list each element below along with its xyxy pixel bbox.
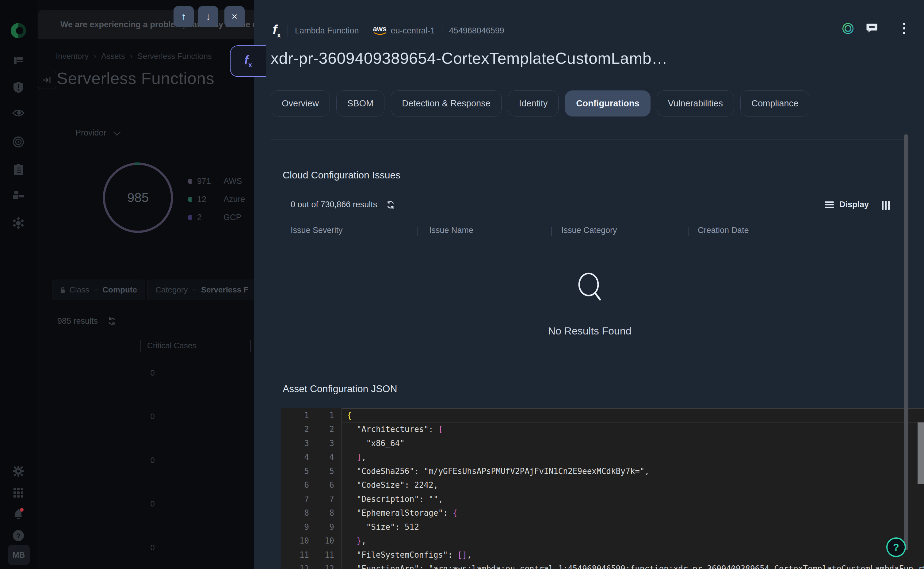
drawer-tab[interactable]: SBOM — [336, 90, 384, 117]
ai-assistant-icon[interactable] — [842, 22, 854, 35]
refresh-icon[interactable] — [108, 317, 116, 325]
automation-star-icon[interactable] — [0, 217, 37, 229]
code-line: 11 11 "FileSystemConfigs": [] , — [281, 548, 924, 562]
line-number-modified: 3 — [314, 439, 342, 448]
line-number-original: 2 — [281, 424, 314, 434]
asset-details-drawer: fx Lambda Function aws eu-central-1 4549… — [254, 0, 924, 569]
line-number-modified: 8 — [314, 508, 342, 517]
kebab-menu-icon[interactable] — [903, 22, 906, 35]
drawer-tab[interactable]: Overview — [271, 90, 330, 117]
target-icon[interactable] — [0, 136, 37, 148]
lambda-asset-tab[interactable]: fx — [230, 46, 266, 77]
column-separator — [688, 227, 688, 236]
legend-item: 12 Azure — [188, 190, 245, 208]
line-number-modified: 11 — [314, 550, 342, 560]
columns-icon — [882, 201, 890, 210]
page-title: Serverless Functions — [57, 68, 214, 88]
code-line: 2 2 "Architectures": [ — [281, 423, 924, 437]
display-button[interactable]: Display — [825, 200, 869, 209]
provider-dropdown[interactable]: Provider — [75, 128, 120, 138]
line-number-modified: 12 — [314, 564, 342, 569]
code-content: "Size": 512 — [342, 520, 924, 534]
help-button[interactable]: ? — [886, 537, 906, 557]
display-list-icon — [825, 201, 834, 208]
eye-icon[interactable] — [0, 109, 37, 117]
code-content: } , — [342, 534, 924, 548]
drawer-scrollbar-thumb[interactable] — [904, 134, 908, 550]
next-asset-button[interactable]: ↓ — [198, 6, 218, 27]
legend-value: 971 — [197, 176, 215, 186]
critical-cases-column: 0 0 0 0 0 — [135, 351, 170, 569]
shield-alert-icon[interactable] — [0, 82, 37, 93]
filter-value: Serverless F — [201, 285, 249, 295]
previous-asset-button[interactable]: ↑ — [173, 6, 194, 27]
line-number-original: 7 — [281, 494, 314, 504]
column-header-issue-severity[interactable]: Issue Severity — [290, 226, 343, 235]
code-content: "FileSystemConfigs": [] , — [342, 548, 924, 562]
user-avatar[interactable]: MB — [8, 545, 30, 565]
clipboard-list-icon[interactable] — [0, 164, 37, 175]
empty-state: No Results Found — [271, 270, 909, 337]
line-number-original: 5 — [281, 467, 314, 476]
manage-columns-button[interactable] — [882, 201, 890, 211]
asset-title: xdr-pr-3609409389654-CortexTemplateCusto… — [271, 49, 668, 67]
drawer-tab[interactable]: Configurations — [565, 90, 650, 117]
collapse-panel-button[interactable] — [38, 71, 56, 89]
provider-label: Provider — [75, 128, 106, 138]
line-number-original: 1 — [281, 411, 314, 420]
notifications-bell-icon[interactable] — [0, 508, 37, 520]
legend-label: AWS — [215, 176, 242, 186]
line-number-original: 10 — [281, 536, 314, 545]
breadcrumb-separator: › — [130, 52, 133, 61]
breadcrumb-inventory[interactable]: Inventory — [56, 52, 88, 61]
empty-state-text: No Results Found — [548, 325, 631, 337]
line-number-original: 12 — [281, 564, 314, 569]
apps-grid-icon[interactable] — [0, 487, 37, 498]
column-header-creation-date[interactable]: Creation Date — [698, 226, 749, 235]
table-cell-critical-cases: 0 — [135, 351, 170, 395]
drawer-tab[interactable]: Identity — [508, 90, 559, 117]
tabs-divider — [271, 140, 909, 140]
close-drawer-button[interactable]: × — [224, 6, 245, 27]
column-header-issue-category[interactable]: Issue Category — [561, 226, 617, 235]
issues-result-count: 0 out of 730,866 results — [290, 200, 377, 209]
breadcrumb: Inventory › Assets › Serverless Function… — [56, 52, 212, 61]
results-count-row: 985 results — [57, 316, 116, 326]
breadcrumb-assets[interactable]: Assets — [101, 52, 125, 61]
filter-field: Category — [155, 285, 188, 295]
assets-blocks-icon[interactable] — [0, 191, 37, 201]
legend-item: 971 AWS — [188, 172, 245, 190]
line-number-original: 9 — [281, 522, 314, 532]
column-header-issue-name[interactable]: Issue Name — [429, 226, 473, 235]
drawer-tab[interactable]: Detection & Response — [391, 90, 502, 117]
code-line: 5 5 "CodeSha256": "m/yGFEsUhsAPsPMUfV2PA… — [281, 464, 924, 478]
legend-marker — [188, 179, 191, 184]
filter-chip-class[interactable]: Class = Compute — [52, 280, 145, 300]
code-line: 9 9 "Size": 512 — [281, 520, 924, 534]
filter-chip-category[interactable]: Category = Serverless F — [147, 280, 262, 300]
legend-item: 2 GCP — [188, 208, 245, 227]
account-id: 454968046599 — [449, 26, 504, 35]
critical-cases-header[interactable]: Critical Cases — [147, 341, 196, 350]
chat-feedback-icon[interactable] — [866, 23, 877, 34]
help-circle-icon[interactable]: ? — [0, 530, 37, 542]
code-content: "x86_64" — [342, 436, 924, 450]
code-content: { — [342, 408, 924, 423]
code-line: 6 6 "CodeSize": 2242, — [281, 478, 924, 492]
line-number-modified: 4 — [314, 452, 342, 462]
code-line: 7 7 "Description": "", — [281, 492, 924, 506]
filter-operator: = — [192, 285, 197, 295]
line-number-original: 6 — [281, 481, 314, 490]
breadcrumb-separator: › — [94, 52, 96, 61]
drawer-tab[interactable]: Compliance — [740, 90, 809, 117]
json-code-editor[interactable]: 1 1 { 2 2 "Architectures": [ 3 3 "x86_64… — [281, 408, 924, 569]
settings-gear-icon[interactable] — [0, 466, 37, 477]
refresh-icon[interactable] — [386, 201, 395, 209]
issues-results-row: 0 out of 730,866 results — [290, 200, 395, 209]
drawer-tab[interactable]: Vulnerabilities — [657, 90, 734, 117]
line-number-modified: 10 — [314, 536, 342, 545]
line-number-original: 8 — [281, 508, 314, 517]
search-icon — [573, 270, 607, 306]
dashboard-icon[interactable] — [0, 55, 37, 66]
legend-marker — [188, 215, 191, 220]
